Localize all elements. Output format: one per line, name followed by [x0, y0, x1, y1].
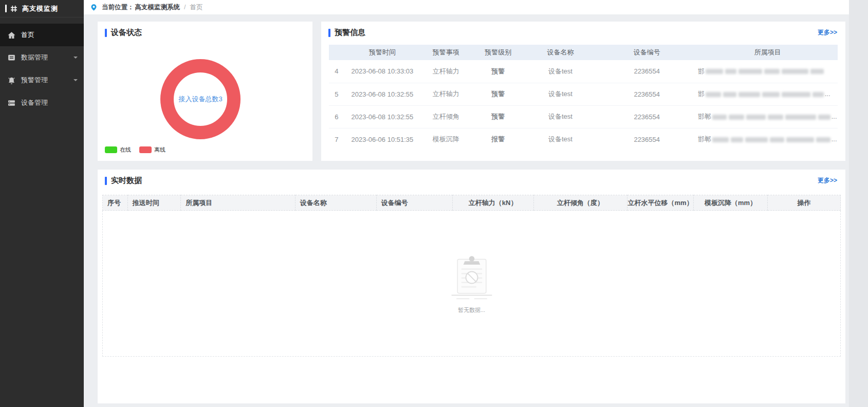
device-status-title: 设备状态	[111, 28, 142, 38]
alert-row-index: 7	[329, 128, 344, 151]
alert-project: 邯郸...	[698, 128, 838, 151]
project-prefix: 邯	[698, 67, 705, 75]
sidebar-item-label: 首页	[21, 30, 34, 40]
alerts-col-header: 预警事项	[420, 45, 471, 60]
donut-center-label[interactable]: 接入设备总数3	[160, 59, 241, 139]
realtime-table-header: 序号推送时间所属项目设备名称设备编号立杆轴力（kN）立杆倾角（度）立杆水平位移（…	[103, 195, 841, 211]
alert-device-name: 设备test	[525, 128, 596, 151]
alert-row-index: 5	[329, 83, 344, 105]
blurred-text	[723, 92, 736, 97]
realtime-col-header: 立杆倾角（度）	[533, 195, 627, 211]
project-prefix: 邯郸	[698, 113, 711, 120]
alert-time: 2023-06-06 10:51:35	[344, 128, 421, 151]
app-logo: 高支模监测	[0, 0, 84, 17]
legend-label: 离线	[154, 146, 165, 154]
title-accent-bar	[105, 29, 107, 37]
alert-item: 立杆倾角	[420, 105, 471, 128]
breadcrumb-separator: /	[184, 4, 186, 11]
title-accent-bar	[328, 29, 330, 37]
sidebar-item-首页[interactable]: 首页	[0, 24, 84, 46]
alerts-col-header: 设备编号	[596, 45, 698, 60]
alert-project: 邯...	[698, 83, 838, 105]
sidebar-item-label: 预警管理	[21, 76, 48, 85]
alert-item: 立杆轴力	[420, 83, 471, 105]
breadcrumb-prefix: 当前位置：	[102, 3, 134, 12]
legend-swatch	[105, 146, 117, 153]
project-ellipsis: ...	[825, 90, 830, 98]
alert-row: 42023-06-08 10:33:03立杆轴力预警设备test2236554邯	[329, 60, 838, 83]
blurred-text	[729, 115, 744, 120]
alert-device-name: 设备test	[525, 60, 596, 83]
sidebar-item-数据管理[interactable]: 数据管理	[0, 46, 84, 69]
legend-item-离线[interactable]: 离线	[139, 146, 165, 154]
blurred-text	[746, 115, 766, 120]
blurred-text	[812, 92, 824, 97]
sidebar: 高支模监测 首页数据管理预警管理设备管理	[0, 0, 84, 407]
sidebar-item-label: 设备管理	[21, 98, 48, 107]
title-accent-bar	[105, 177, 107, 185]
alerts-panel: 预警信息 更多>> 预警时间预警事项预警级别设备名称设备编号所属项目 42023…	[321, 22, 845, 161]
sidebar-item-设备管理[interactable]: 设备管理	[0, 91, 84, 114]
blurred-text	[738, 92, 760, 97]
alerts-table: 预警时间预警事项预警级别设备名称设备编号所属项目 42023-06-08 10:…	[329, 45, 838, 151]
page-right-gutter	[849, 0, 868, 407]
realtime-col-header: 模板沉降（mm）	[694, 195, 768, 211]
alert-row: 72023-06-06 10:51:35模板沉降报警设备test2236554邯…	[329, 128, 838, 151]
blurred-text	[816, 137, 830, 142]
alerts-col-header: 所属项目	[698, 45, 838, 60]
alert-item: 立杆轴力	[420, 60, 471, 83]
realtime-col-header: 设备编号	[376, 195, 452, 211]
blurred-text	[712, 137, 729, 142]
blurred-text	[706, 69, 723, 74]
sidebar-item-预警管理[interactable]: 预警管理	[0, 69, 84, 91]
chevron-down-icon	[73, 57, 78, 61]
blurred-text	[712, 115, 727, 120]
alerts-table-header: 预警时间预警事项预警级别设备名称设备编号所属项目	[329, 45, 838, 60]
realtime-col-header: 推送时间	[127, 195, 180, 211]
alerts-table-body: 42023-06-08 10:33:03立杆轴力预警设备test2236554邯…	[329, 60, 838, 151]
alert-time: 2023-06-08 10:32:55	[344, 105, 421, 128]
legend-label: 在线	[120, 146, 131, 154]
alert-row: 62023-06-08 10:32:55立杆倾角预警设备test2236554邯…	[329, 105, 838, 128]
alert-row-index: 6	[329, 105, 344, 128]
donut-legend: 在线离线	[105, 146, 165, 154]
alert-time: 2023-06-08 10:32:55	[344, 83, 421, 105]
realtime-col-header: 所属项目	[181, 195, 296, 211]
alerts-title: 预警信息	[335, 28, 365, 38]
realtime-more-link[interactable]: 更多>>	[818, 176, 837, 185]
sidebar-item-label: 数据管理	[21, 53, 48, 62]
blurred-text	[706, 92, 721, 97]
home-icon	[7, 31, 16, 40]
blurred-text	[731, 137, 743, 142]
no-data-text: 暂无数据...	[458, 306, 485, 314]
realtime-col-header: 立杆水平位移（mm）	[627, 195, 693, 211]
breadcrumb-app-link[interactable]: 高支模监测系统	[135, 3, 180, 12]
alert-project: 邯	[698, 60, 838, 83]
breadcrumb-current: 首页	[190, 3, 202, 12]
blurred-text	[782, 92, 810, 97]
device-status-panel: 设备状态 接入设备总数3 在线离线	[98, 22, 312, 161]
data-icon	[7, 53, 16, 62]
alert-item: 模板沉降	[420, 128, 471, 151]
blurred-text	[738, 69, 762, 74]
blurred-text	[818, 115, 830, 120]
project-prefix: 邯	[698, 90, 705, 98]
blurred-text	[762, 92, 780, 97]
blurred-text	[782, 69, 808, 74]
realtime-data-panel: 实时数据 更多>> 序号推送时间所属项目设备名称设备编号立杆轴力（kN）立杆倾角…	[98, 170, 845, 403]
alert-time: 2023-06-08 10:33:03	[344, 60, 421, 83]
legend-swatch	[139, 146, 152, 153]
app-title: 高支模监测	[22, 4, 58, 13]
alerts-more-link[interactable]: 更多>>	[818, 28, 837, 37]
alerts-col-header: 预警时间	[344, 45, 421, 60]
alert-row-index: 4	[329, 60, 344, 83]
alert-level-badge: 预警	[471, 60, 525, 83]
blurred-text	[745, 137, 768, 142]
legend-item-在线[interactable]: 在线	[105, 146, 131, 154]
blurred-text	[810, 69, 824, 74]
alert-device-name: 设备test	[525, 105, 596, 128]
no-data-icon	[449, 253, 494, 302]
blurred-text	[785, 115, 816, 120]
project-prefix: 邯郸	[698, 135, 711, 143]
logo-bar-icon	[5, 5, 7, 12]
